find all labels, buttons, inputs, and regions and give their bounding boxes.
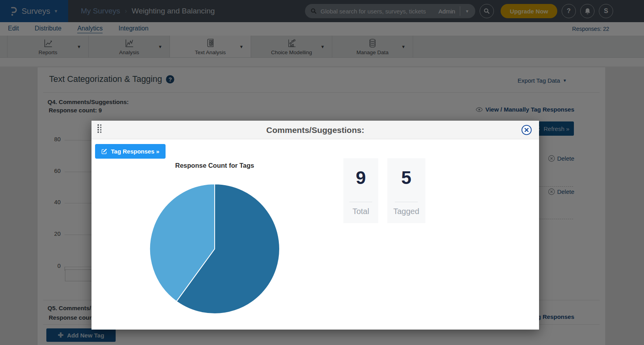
tag-responses-label: Tag Responses » <box>111 148 159 155</box>
stat-total-label: Total <box>352 207 369 216</box>
pie-chart <box>149 183 280 315</box>
comments-suggestions-modal: Comments/Suggestions: Tag Responses » Re… <box>91 121 539 330</box>
stat-tagged-value: 5 <box>401 169 412 187</box>
tag-responses-button[interactable]: Tag Responses » <box>95 144 166 159</box>
modal-body: Tag Responses » Response Count for Tags … <box>91 139 539 329</box>
pie-chart-container <box>149 183 280 315</box>
modal-title: Comments/Suggestions: <box>91 121 539 139</box>
edit-pencil-icon <box>101 148 107 154</box>
stat-total: 9 Total <box>343 158 378 223</box>
stats-row: 9 Total 5 Tagged <box>343 158 425 223</box>
pie-chart-title: Response Count for Tags <box>149 162 280 169</box>
modal-header: Comments/Suggestions: <box>91 121 539 139</box>
stat-tagged-label: Tagged <box>393 207 419 216</box>
stat-tagged: 5 Tagged <box>387 158 425 223</box>
drag-handle[interactable] <box>97 124 102 133</box>
divider <box>395 202 418 202</box>
divider <box>349 202 372 202</box>
stat-total-value: 9 <box>356 169 366 187</box>
close-icon[interactable] <box>521 125 532 135</box>
